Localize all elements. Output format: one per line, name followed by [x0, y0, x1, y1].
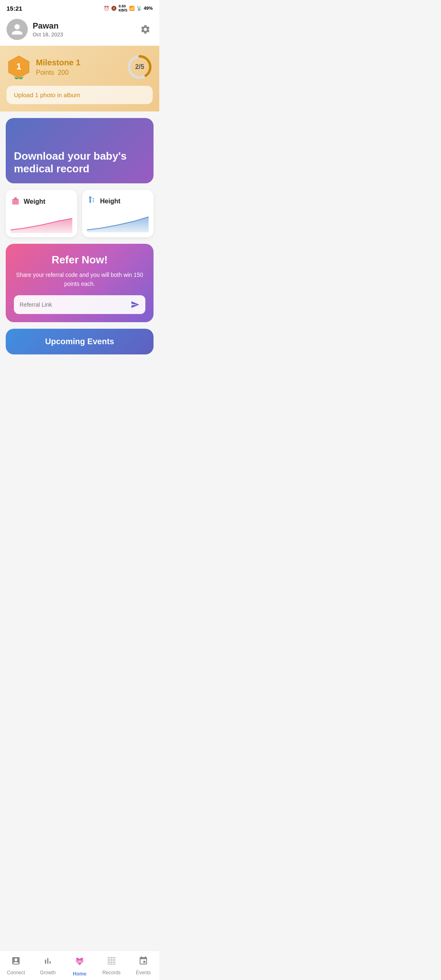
settings-button[interactable] [138, 22, 153, 37]
height-icon [87, 196, 97, 207]
weight-card[interactable]: Weight [6, 190, 77, 237]
svg-rect-7 [13, 199, 18, 200]
svg-rect-13 [93, 201, 94, 202]
wifi-icon: 📶 [129, 6, 135, 11]
status-time: 15:21 [7, 5, 22, 12]
status-icons: ⏰ 🔕 0.50KB/S 📶 📡 49% [104, 4, 153, 12]
refer-description: Share your referral code and you will bo… [14, 270, 145, 289]
mute-icon: 🔕 [111, 6, 117, 11]
battery-level: 49% [144, 6, 153, 11]
refer-banner: Refer Now! Share your referral code and … [6, 244, 154, 322]
alarm-icon: ⏰ [104, 6, 109, 11]
refer-title: Refer Now! [14, 254, 145, 266]
upcoming-events-banner[interactable]: Upcoming Events [6, 329, 154, 354]
status-bar: 15:21 ⏰ 🔕 0.50KB/S 📶 📡 49% [0, 0, 159, 15]
milestone-info: Milestone 1 Points 200 [36, 58, 80, 76]
milestone-banner: 1 Milestone 1 Points 200 2/5 Upload [0, 46, 159, 111]
user-name: Pawan [33, 21, 133, 31]
referral-link-input[interactable] [20, 301, 127, 308]
svg-point-9 [89, 196, 91, 199]
milestone-task[interactable]: Upload 1 photo in album [7, 86, 153, 104]
weight-label: Weight [24, 198, 45, 205]
avatar [7, 19, 28, 40]
upcoming-events-title: Upcoming Events [14, 337, 145, 346]
height-card[interactable]: Height [82, 190, 154, 237]
weight-chart [11, 213, 72, 233]
height-label: Height [100, 198, 120, 205]
svg-marker-8 [11, 218, 72, 233]
data-speed: 0.50KB/S [118, 4, 127, 12]
metrics-row: Weight [6, 190, 154, 237]
header-info: Pawan Oct 18, 2023 [33, 21, 133, 38]
progress-text: 2/5 [135, 63, 144, 71]
header: Pawan Oct 18, 2023 [0, 15, 159, 46]
medical-record-banner[interactable]: Download your baby's medical record [6, 118, 154, 183]
send-button[interactable] [131, 300, 140, 309]
milestone-title: Milestone 1 [36, 58, 80, 67]
svg-text:1: 1 [16, 61, 21, 71]
svg-rect-12 [93, 200, 94, 200]
svg-rect-5 [12, 199, 19, 205]
weight-icon [11, 196, 20, 208]
progress-circle: 2/5 [127, 54, 153, 80]
svg-rect-10 [89, 199, 91, 203]
refer-input-row [14, 295, 145, 314]
medical-banner-text: Download your baby's medical record [14, 150, 145, 175]
milestone-points: Points 200 [36, 69, 80, 76]
header-date: Oct 18, 2023 [33, 31, 133, 38]
signal-icon: 📡 [136, 6, 142, 11]
height-chart [87, 212, 149, 232]
svg-rect-11 [93, 198, 94, 199]
milestone-badge: 1 [7, 55, 31, 79]
